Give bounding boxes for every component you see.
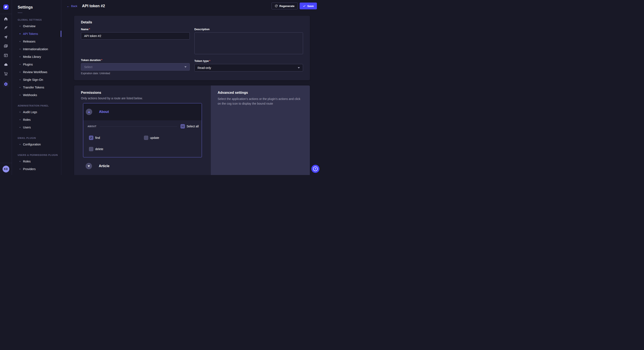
collapse-toggle-button[interactable]	[86, 109, 92, 115]
sidebar-item-admin-users[interactable]: Users	[18, 124, 61, 131]
bullet-icon	[20, 127, 20, 128]
main-nav-rail: KD	[0, 0, 12, 175]
title-rule	[18, 12, 22, 13]
name-field[interactable]	[81, 32, 190, 39]
update-checkbox[interactable]	[144, 136, 148, 140]
sidebar-item-up-providers[interactable]: Providers	[18, 165, 61, 173]
sidebar-item-internationalization[interactable]: Internationalization	[18, 45, 61, 53]
layout-icon[interactable]	[3, 52, 9, 58]
details-card: Details Name* Token duration* Select Exp…	[74, 16, 310, 80]
action-update: update	[144, 135, 199, 141]
feather-icon[interactable]	[3, 25, 9, 31]
chevron-down-icon	[184, 66, 186, 68]
token-duration-label: Token duration*	[81, 58, 190, 62]
sidebar-item-admin-roles[interactable]: Roles	[18, 116, 61, 124]
bullet-icon	[20, 119, 20, 120]
global-settings-list: Overview API Tokens Releases Internation…	[18, 22, 61, 99]
sidebar-item-webhooks[interactable]: Webhooks	[18, 91, 61, 99]
about-accordion-title: About	[99, 110, 109, 114]
token-type-select[interactable]: Read-only	[194, 64, 303, 71]
about-accordion-body: ABOUT Select all ✓ find	[83, 120, 202, 157]
bullet-icon	[20, 56, 20, 57]
settings-subnav: Settings GLOBAL SETTINGS Overview API To…	[12, 0, 61, 175]
bullet-icon	[20, 64, 20, 65]
bullet-icon	[20, 33, 20, 34]
select-all-checkbox[interactable]	[180, 124, 185, 128]
expand-toggle-button[interactable]	[86, 163, 92, 169]
cart-icon[interactable]	[3, 70, 9, 77]
permissions-subtitle: Only actions bound by a route are listed…	[81, 97, 204, 100]
regenerate-button[interactable]: Regenerate	[272, 2, 298, 9]
sidebar-item-audit-logs[interactable]: Audit Logs	[18, 108, 61, 116]
strapi-logo[interactable]	[4, 4, 8, 9]
divider	[100, 126, 177, 127]
main-content: ← Back API token #2 Regenerate Save Deta…	[61, 0, 322, 175]
users-permissions-list: Roles Providers	[18, 158, 61, 173]
bullet-icon	[20, 112, 20, 113]
details-right-column: Description Token type* Read-only	[194, 28, 303, 75]
delete-checkbox[interactable]	[89, 147, 93, 151]
sidebar-item-overview[interactable]: Overview	[18, 22, 61, 30]
section-label-users-permissions-plugin: USERS & PERMISSIONS PLUGIN	[18, 154, 61, 156]
find-checkbox[interactable]: ✓	[89, 136, 93, 140]
required-marker: *	[101, 58, 102, 62]
permissions-panel: Permissions Only actions bound by a rout…	[74, 85, 211, 175]
description-label: Description	[194, 28, 303, 31]
chevron-down-icon	[88, 166, 90, 167]
about-accordion: About ABOUT Select all ✓ find	[83, 103, 202, 157]
rail-footer: KD	[0, 163, 12, 175]
sidebar-item-single-sign-on[interactable]: Single Sign-On	[18, 76, 61, 84]
required-marker: *	[209, 59, 210, 62]
cloud-icon[interactable]	[3, 61, 9, 68]
save-button[interactable]: Save	[300, 2, 317, 9]
token-type-group: Token type* Read-only	[194, 59, 303, 71]
bullet-icon	[20, 87, 20, 88]
back-button[interactable]: ← Back	[67, 4, 77, 8]
sidebar-item-up-roles[interactable]: Roles	[18, 158, 61, 165]
article-accordion-header[interactable]: Article	[83, 161, 202, 172]
action-find: ✓ find	[89, 135, 144, 141]
bullet-icon	[20, 169, 20, 170]
sidebar-item-review-workflows[interactable]: Review Workflows	[18, 68, 61, 76]
sidebar-item-releases[interactable]: Releases	[18, 38, 61, 45]
refresh-icon	[275, 4, 278, 7]
name-label: Name*	[81, 28, 190, 31]
chevron-down-icon	[298, 67, 300, 68]
help-button[interactable]: ?	[311, 165, 320, 173]
bullet-icon	[20, 95, 20, 95]
bullet-icon	[20, 144, 20, 145]
advanced-settings-description: Select the application's actions or the …	[218, 97, 303, 106]
sidebar-item-email-configuration[interactable]: Configuration	[18, 141, 61, 148]
required-marker: *	[89, 28, 90, 31]
about-section-label: ABOUT	[88, 125, 96, 128]
advanced-settings-panel: Advanced settings Select the application…	[211, 85, 310, 175]
advanced-settings-heading: Advanced settings	[218, 91, 303, 95]
strapi-logo-glyph	[4, 5, 8, 8]
section-label-administration-panel: ADMINISTRATION PANEL	[18, 104, 61, 107]
gear-icon[interactable]	[3, 81, 9, 87]
administration-panel-list: Audit Logs Roles Users	[18, 108, 61, 131]
sidebar-item-api-tokens[interactable]: API Tokens	[18, 30, 61, 38]
action-delete: delete	[89, 146, 144, 152]
select-all-label: Select all	[186, 125, 199, 128]
subnav-title: Settings	[18, 5, 61, 9]
bullet-icon	[20, 26, 20, 26]
description-field[interactable]	[194, 32, 303, 54]
token-duration-select[interactable]: Select	[81, 63, 190, 71]
check-icon	[303, 5, 306, 7]
sidebar-item-transfer-tokens[interactable]: Transfer Tokens	[18, 84, 61, 91]
sidebar-item-media-library[interactable]: Media Library	[18, 53, 61, 61]
page-header: ← Back API token #2 Regenerate Save	[61, 0, 322, 12]
workspace-logo-cell	[0, 0, 12, 14]
section-label-global-settings: GLOBAL SETTINGS	[18, 18, 61, 21]
paper-plane-icon[interactable]	[3, 34, 9, 40]
media-library-icon[interactable]	[3, 43, 9, 49]
avatar[interactable]: KD	[2, 166, 9, 173]
rail-icon-list	[0, 14, 12, 90]
home-icon[interactable]	[3, 15, 9, 22]
details-left-column: Name* Token duration* Select Expiration …	[81, 28, 190, 75]
sidebar-item-plugins[interactable]: Plugins	[18, 61, 61, 68]
token-duration-group: Token duration* Select Expiration date: …	[81, 58, 190, 75]
about-accordion-header[interactable]: About	[83, 103, 202, 120]
bullet-icon	[20, 72, 20, 72]
